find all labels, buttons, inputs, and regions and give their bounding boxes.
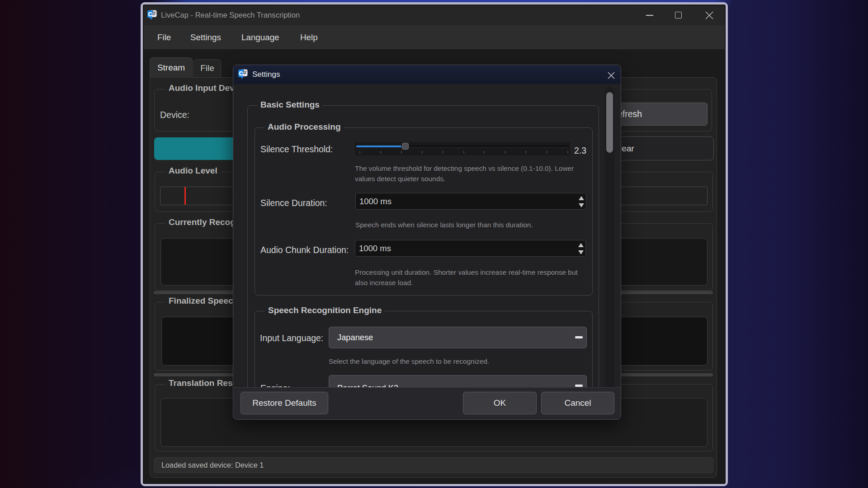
svg-text:C: C bbox=[148, 11, 152, 18]
svg-text:C: C bbox=[239, 70, 243, 77]
